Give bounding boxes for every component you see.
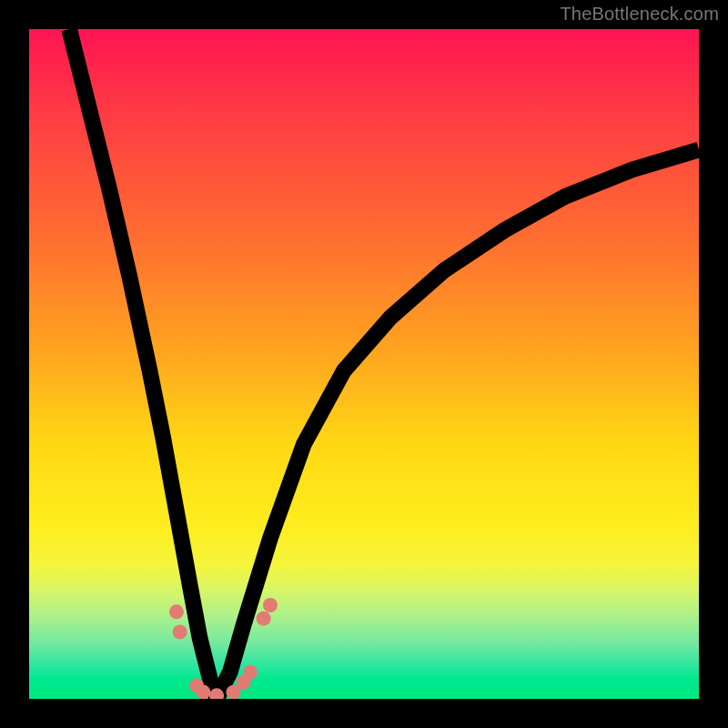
marker-point — [243, 665, 258, 680]
marker-point — [257, 612, 271, 626]
marker-point — [169, 604, 184, 619]
marker-point — [196, 685, 210, 699]
curve-right-arm — [217, 149, 699, 699]
curve-left-arm — [69, 29, 217, 699]
curves-layer — [29, 29, 699, 699]
plot-area — [29, 29, 699, 699]
marker-point — [173, 624, 187, 639]
marker-point — [263, 598, 278, 612]
chart-frame: TheBottleneck.com — [0, 0, 728, 728]
watermark-label: TheBottleneck.com — [560, 4, 719, 25]
